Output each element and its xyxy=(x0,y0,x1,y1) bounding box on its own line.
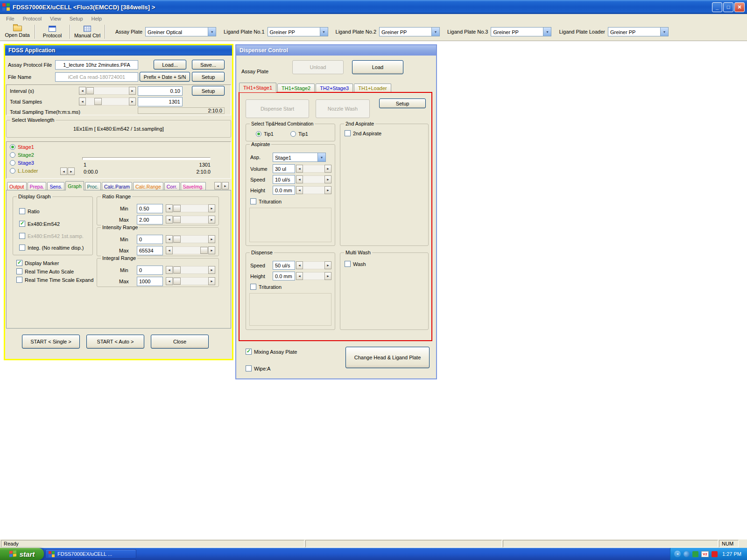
tab-graph[interactable]: Graph xyxy=(65,181,84,190)
unload-button[interactable]: Unload xyxy=(292,60,344,74)
assay-protocol-file-value[interactable]: 1_lecture 10hz 2minutes.PFA xyxy=(55,60,138,70)
menu-protocol[interactable]: Protocol xyxy=(19,15,46,22)
stage3-radio[interactable]: Stage3 xyxy=(10,160,34,166)
scroll-thumb[interactable] xyxy=(86,87,94,94)
ligand-plate-loader-combo[interactable]: Greiner PP ▼ xyxy=(608,27,669,36)
scroll-track[interactable] xyxy=(173,235,208,243)
scroll-track[interactable] xyxy=(303,175,324,183)
timeline-left-arrow[interactable]: ◄ xyxy=(60,168,67,175)
arrow-right-icon[interactable]: ► xyxy=(208,246,215,254)
scroll-thumb[interactable] xyxy=(173,205,181,212)
chevron-down-icon[interactable]: ▼ xyxy=(543,28,551,36)
aspirate-speed-scrollbar[interactable]: ◄ ► xyxy=(296,175,331,183)
menu-file[interactable]: File xyxy=(2,15,19,22)
nozzle-wash-button[interactable]: Nozzle Wash xyxy=(316,99,370,118)
load-button[interactable]: Load... xyxy=(154,60,186,70)
tab-saveimg[interactable]: SaveImg. xyxy=(181,182,206,190)
file-name-setup-button[interactable]: Setup xyxy=(192,72,225,82)
ratio-min-scrollbar[interactable]: ◄ ► xyxy=(166,204,215,212)
scroll-track[interactable] xyxy=(86,98,129,105)
real-time-auto-scale-checkbox[interactable]: Real Time Auto Scale xyxy=(16,268,74,274)
scroll-thumb[interactable] xyxy=(173,266,181,273)
dispenser-window-titlebar[interactable]: Dispenser Control xyxy=(236,45,436,56)
dispenser-setup-button[interactable]: Setup xyxy=(379,98,426,108)
arrow-left-icon[interactable]: ◄ xyxy=(79,98,86,105)
arrow-left-icon[interactable]: ◄ xyxy=(296,272,303,280)
tab-sens[interactable]: Sens. xyxy=(47,182,64,190)
dispense-speed-value[interactable]: 50 ul/s xyxy=(273,261,295,270)
scroll-thumb[interactable] xyxy=(94,98,102,105)
tab-th1-loader[interactable]: TH1+Loader xyxy=(354,84,391,92)
integral-max-scrollbar[interactable]: ◄ ► xyxy=(166,277,215,285)
arrow-right-icon[interactable]: ► xyxy=(324,175,331,183)
total-samples-scrollbar[interactable]: ◄ ► xyxy=(79,98,136,105)
aspirate-trituration-checkbox[interactable]: Trituration xyxy=(250,198,282,204)
arrow-right-icon[interactable]: ► xyxy=(324,186,331,194)
arrow-left-icon[interactable]: ◄ xyxy=(296,165,303,173)
ligand-plate-2-combo[interactable]: Greiner PP ▼ xyxy=(379,27,440,36)
arrow-left-icon[interactable]: ◄ xyxy=(166,216,173,224)
minimize-button[interactable]: _ xyxy=(712,2,722,12)
chevron-down-icon[interactable]: ▼ xyxy=(660,28,668,36)
arrow-right-icon[interactable]: ► xyxy=(324,272,331,280)
second-aspirate-checkbox[interactable]: 2nd Aspirate xyxy=(345,130,381,136)
close-button[interactable]: ✕ xyxy=(734,2,745,12)
l-loader-radio[interactable]: L.Loader xyxy=(10,168,38,174)
tab-th1-stage2[interactable]: TH1+Stage2 xyxy=(277,84,315,92)
interval-scrollbar[interactable]: ◄ ► xyxy=(79,87,136,95)
timeline-right-arrow[interactable]: ► xyxy=(68,168,75,175)
integral-min-value[interactable]: 0 xyxy=(137,266,163,275)
tab-proc[interactable]: Proc. xyxy=(85,182,101,190)
menu-help[interactable]: Help xyxy=(87,15,106,22)
tray-status-icon[interactable] xyxy=(692,551,698,557)
assay-plate-combo[interactable]: Greiner Optical ▼ xyxy=(145,27,216,36)
aspirate-height-scrollbar[interactable]: ◄ ► xyxy=(296,186,331,194)
arrow-left-icon[interactable]: ◄ xyxy=(79,87,86,95)
menu-setup[interactable]: Setup xyxy=(65,15,87,22)
arrow-right-icon[interactable]: ► xyxy=(324,261,331,269)
scroll-thumb[interactable] xyxy=(173,216,181,223)
arrow-right-icon[interactable]: ► xyxy=(208,277,215,285)
arrow-left-icon[interactable]: ◄ xyxy=(296,186,303,194)
scroll-track[interactable] xyxy=(173,266,208,274)
tab-calc-param[interactable]: Calc.Param xyxy=(102,182,132,190)
arrow-right-icon[interactable]: ► xyxy=(129,98,136,105)
scroll-track[interactable] xyxy=(173,246,208,254)
intensity-min-value[interactable]: 0 xyxy=(137,235,163,244)
scroll-track[interactable] xyxy=(303,261,324,269)
integ-checkbox[interactable]: Integ. (No realtime disp.) xyxy=(19,245,84,251)
tab-corr[interactable]: Corr. xyxy=(164,182,180,190)
resize-grip[interactable] xyxy=(740,540,746,547)
scroll-track[interactable] xyxy=(303,186,324,194)
stage2-radio[interactable]: Stage2 xyxy=(10,152,34,158)
dispense-height-value[interactable]: 0.0 mm xyxy=(273,272,295,280)
arrow-left-icon[interactable]: ◄ xyxy=(166,266,173,274)
taskbar-task-fdss[interactable]: FDSS7000EX/uCELL ... xyxy=(45,549,136,559)
dispense-start-button[interactable]: Dispense Start xyxy=(246,99,309,118)
integral-min-scrollbar[interactable]: ◄ ► xyxy=(166,266,215,274)
tab-scroll-right[interactable]: ► xyxy=(222,182,229,189)
open-data-button[interactable]: Open Data xyxy=(3,24,32,40)
scroll-track[interactable] xyxy=(173,216,208,224)
arrow-left-icon[interactable]: ◄ xyxy=(296,175,303,183)
asp-stage-combo[interactable]: Stage1 ▼ xyxy=(273,153,326,162)
ligand-plate-3-combo[interactable]: Greiner PP ▼ xyxy=(491,27,551,36)
tab-scroll-left[interactable]: ◄ xyxy=(214,182,221,189)
arrow-left-icon[interactable]: ◄ xyxy=(166,246,173,254)
dispense-height-scrollbar[interactable]: ◄ ► xyxy=(296,272,331,280)
arrow-right-icon[interactable]: ► xyxy=(208,235,215,243)
save-button[interactable]: Save... xyxy=(192,60,225,70)
chevron-down-icon[interactable]: ▼ xyxy=(431,28,439,36)
display-marker-checkbox[interactable]: Display Marker xyxy=(16,260,59,266)
timeline-track[interactable] xyxy=(82,157,211,160)
tray-alert-icon[interactable] xyxy=(712,551,718,557)
tab-output[interactable]: Output xyxy=(7,182,27,190)
arrow-right-icon[interactable]: ► xyxy=(129,87,136,95)
aspirate-height-value[interactable]: 0.0 mm xyxy=(273,186,295,195)
chevron-down-icon[interactable]: ▼ xyxy=(320,28,328,36)
main-titlebar[interactable]: FDSS7000EX/uCELL <Fluo3(EMCCD) [384wells… xyxy=(0,0,747,14)
stage1-radio[interactable]: Stage1 xyxy=(10,144,34,150)
ratio-max-scrollbar[interactable]: ◄ ► xyxy=(166,216,215,224)
scroll-thumb[interactable] xyxy=(173,278,181,285)
tip1-alt-radio[interactable]: Tip1 xyxy=(290,131,308,137)
